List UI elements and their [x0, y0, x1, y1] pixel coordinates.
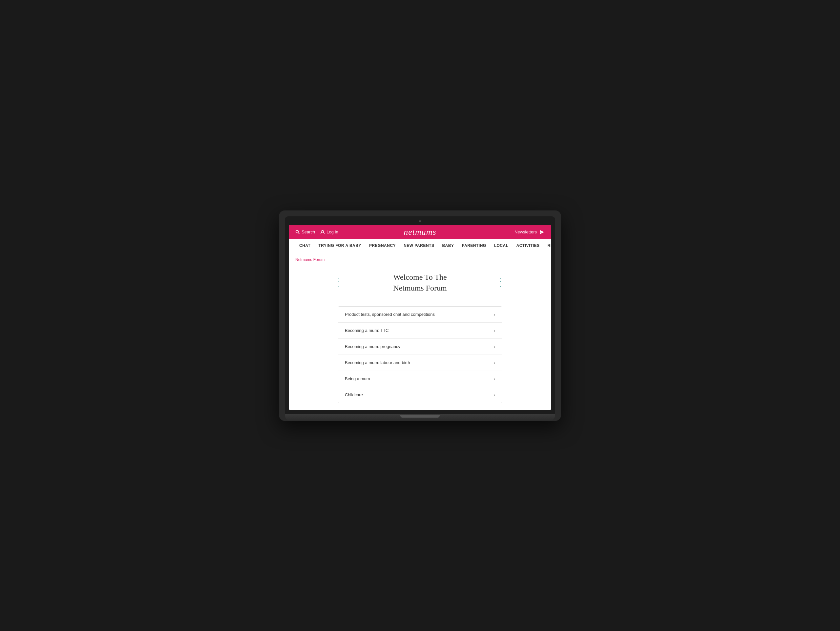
- nav-item-baby[interactable]: BABY: [438, 239, 458, 252]
- nav-item-local[interactable]: LOCAL: [490, 239, 513, 252]
- forum-item-title: Product tests, sponsored chat and compet…: [345, 312, 435, 317]
- svg-point-0: [296, 230, 298, 233]
- login-label: Log in: [327, 229, 338, 234]
- header-right: Newsletters: [515, 229, 545, 235]
- forum-item-childcare[interactable]: Childcare ›: [338, 387, 502, 403]
- forum-item-title: Becoming a mum: TTC: [345, 328, 388, 333]
- forum-item-becoming-pregnancy[interactable]: Becoming a mum: pregnancy ›: [338, 339, 502, 355]
- login-button[interactable]: Log in: [320, 229, 338, 234]
- search-label: Search: [302, 229, 315, 234]
- camera-dot: [419, 220, 421, 222]
- chevron-right-icon: ›: [494, 328, 495, 333]
- decorative-dots-right: ∶∶: [500, 277, 502, 288]
- user-icon: [320, 230, 325, 234]
- chevron-right-icon: ›: [494, 392, 495, 398]
- search-icon: [295, 230, 300, 234]
- screen-bezel: Search Log in netmums Newsletters: [285, 217, 555, 414]
- welcome-heading: Welcome to the Netmums forum: [295, 272, 545, 294]
- svg-line-1: [298, 233, 299, 234]
- chevron-right-icon: ›: [494, 360, 495, 365]
- chevron-right-icon: ›: [494, 312, 495, 317]
- nav-item-reviews[interactable]: REVIEWS: [544, 239, 551, 252]
- forum-item-product-tests[interactable]: Product tests, sponsored chat and compet…: [338, 307, 502, 323]
- forum-item-becoming-labour[interactable]: Becoming a mum: labour and birth ›: [338, 355, 502, 371]
- forum-item-being-mum[interactable]: Being a mum ›: [338, 371, 502, 387]
- nav-item-chat[interactable]: CHAT: [295, 239, 314, 252]
- breadcrumb[interactable]: Netmums Forum: [295, 258, 545, 262]
- chevron-right-icon: ›: [494, 344, 495, 350]
- nav-item-activities[interactable]: ACTIVITIES: [513, 239, 544, 252]
- decorative-dots-left: ∶∶: [338, 277, 340, 288]
- forum-welcome: ∶∶ Welcome to the Netmums forum ∶∶: [295, 269, 545, 297]
- nav-item-new-parents[interactable]: NEW PARENTS: [399, 239, 438, 252]
- nav-item-pregnancy[interactable]: PREGNANCY: [365, 239, 399, 252]
- chevron-right-icon: ›: [494, 376, 495, 381]
- forum-item-title: Childcare: [345, 392, 363, 397]
- main-content: Netmums Forum ∶∶ Welcome to the Netmums …: [289, 252, 551, 410]
- forum-item-title: Being a mum: [345, 376, 370, 381]
- search-button[interactable]: Search: [295, 229, 315, 234]
- header-left: Search Log in: [295, 229, 338, 234]
- forum-item-becoming-ttc[interactable]: Becoming a mum: TTC ›: [338, 323, 502, 339]
- forum-item-title: Becoming a mum: labour and birth: [345, 360, 410, 365]
- newsletters-icon: [540, 229, 545, 235]
- laptop-frame: Search Log in netmums Newsletters: [279, 210, 561, 421]
- nav-item-parenting[interactable]: PARENTING: [458, 239, 490, 252]
- laptop-base: [285, 414, 555, 421]
- site-header: Search Log in netmums Newsletters: [289, 225, 551, 239]
- newsletters-label[interactable]: Newsletters: [515, 229, 537, 234]
- forum-item-title: Becoming a mum: pregnancy: [345, 344, 400, 349]
- forum-list: Product tests, sponsored chat and compet…: [338, 306, 502, 403]
- nav-item-trying[interactable]: TRYING FOR A BABY: [314, 239, 365, 252]
- navigation-bar: CHAT TRYING FOR A BABY PREGNANCY NEW PAR…: [289, 239, 551, 252]
- site-logo[interactable]: netmums: [404, 227, 436, 237]
- browser-window: Search Log in netmums Newsletters: [289, 225, 551, 410]
